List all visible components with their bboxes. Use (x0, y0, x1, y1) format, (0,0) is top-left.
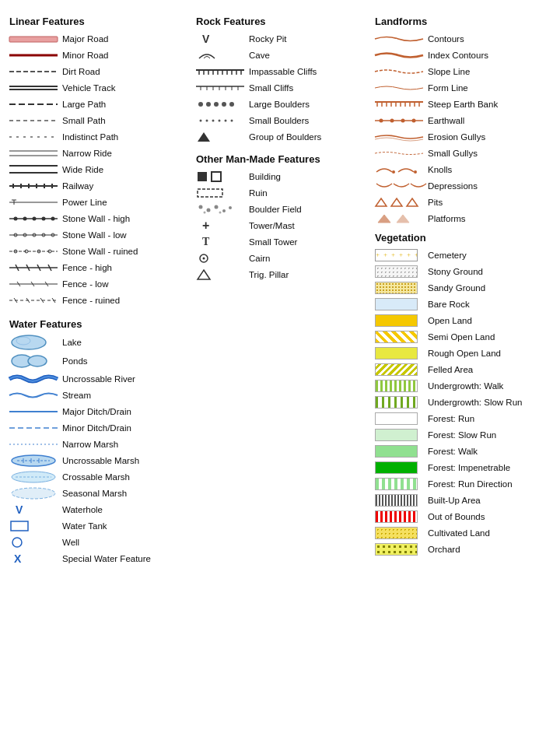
svg-rect-0 (9, 37, 58, 42)
forest-run-dir-label: Forest: Run Direction (428, 479, 560, 489)
pits-label: Pits (428, 198, 560, 207)
list-item: + Tower/Mast (196, 219, 367, 233)
svg-marker-133 (391, 198, 402, 206)
small-gullys-symbol (375, 149, 428, 157)
svg-point-27 (51, 217, 55, 221)
small-cliffs-label: Small Cliffs (249, 83, 367, 93)
trig-pillar-label: Trig. Pillar (249, 270, 367, 279)
small-tower-label: Small Tower (249, 237, 367, 247)
svg-marker-135 (378, 215, 390, 223)
list-item: Felled Area (375, 363, 560, 377)
major-road-label: Major Road (62, 34, 188, 44)
ruin-symbol (196, 188, 249, 198)
list-item: Erosion Gullys (375, 130, 560, 144)
list-item: Vehicle Track (9, 81, 188, 95)
svg-point-105 (207, 209, 211, 212)
fence-high-symbol (9, 263, 62, 272)
small-path-label: Small Path (62, 116, 188, 125)
svg-point-109 (204, 212, 206, 214)
felled-area-label: Felled Area (428, 365, 560, 374)
orchard-label: Orchard (428, 545, 560, 554)
list-item: Stony Ground (375, 265, 560, 279)
list-item: Small Path (9, 114, 188, 128)
small-cliffs-symbol (196, 85, 249, 91)
small-gullys-label: Small Gullys (428, 149, 560, 158)
svg-point-129 (412, 119, 416, 123)
rocky-pit-symbol: V (196, 33, 249, 45)
forest-run-symbol (375, 412, 428, 425)
list-item: Depressions (375, 179, 560, 193)
index-contours-symbol (375, 50, 428, 61)
large-boulders-symbol (196, 100, 249, 108)
boulder-field-label: Boulder Field (249, 205, 367, 214)
svg-point-56 (28, 356, 47, 366)
power-line-label: Power Line (62, 198, 188, 207)
earthwall-label: Earthwall (428, 116, 560, 125)
minor-road-symbol (9, 52, 62, 58)
knolls-label: Knolls (428, 165, 560, 174)
list-item: Major Ditch/Drain (9, 405, 188, 419)
uncrossable-river-label: Uncrossable River (62, 374, 188, 384)
svg-point-107 (222, 209, 226, 212)
list-item: Forest: Impenetrable (375, 461, 560, 475)
index-contours-label: Index Contours (428, 51, 560, 60)
lake-label: Lake (62, 338, 188, 347)
semi-open-land-symbol (375, 331, 428, 343)
wide-ride-symbol (9, 165, 62, 174)
uncrossable-marsh-label: Uncrossable Marsh (62, 456, 188, 465)
list-item: Large Boulders (196, 97, 367, 111)
vegetation-title: Vegetation (375, 232, 560, 244)
list-item: Major Road (9, 32, 188, 46)
list-item: Stone Wall - low (9, 228, 188, 242)
stone-wall-low-label: Stone Wall - low (62, 230, 188, 240)
large-path-symbol (9, 102, 62, 107)
steep-earth-bank-symbol (375, 100, 428, 108)
undergrowth-slow-run-label: Undergrowth: Slow Run (428, 398, 560, 407)
landforms-title: Landforms (375, 16, 560, 27)
vehicle-track-symbol (9, 84, 62, 92)
indistinct-path-symbol (9, 135, 62, 139)
forest-run-label: Forest: Run (428, 414, 560, 423)
forest-slow-run-symbol (375, 429, 428, 441)
svg-point-110 (219, 212, 222, 214)
svg-point-108 (229, 206, 232, 209)
list-item: Boulder Field (196, 202, 367, 216)
erosion-gullys-symbol (375, 132, 428, 142)
water-tank-symbol (9, 520, 62, 532)
list-item: Cultivated Land (375, 526, 560, 540)
svg-marker-132 (376, 198, 387, 206)
cultivated-land-label: Cultivated Land (428, 528, 560, 538)
svg-point-95 (206, 120, 208, 122)
list-item: Index Contours (375, 48, 560, 62)
svg-point-127 (390, 119, 394, 123)
list-item: Steep Earth Bank (375, 97, 560, 111)
svg-point-112 (203, 258, 205, 260)
power-line-symbol (9, 198, 62, 206)
list-item: T Small Tower (196, 235, 367, 249)
svg-point-93 (229, 102, 234, 107)
rough-open-land-symbol (375, 347, 428, 359)
felled-area-symbol (375, 363, 428, 376)
uncrossable-river-symbol (9, 373, 62, 385)
list-item: Group of Boulders (196, 130, 367, 144)
list-item: Trig. Pillar (196, 268, 367, 282)
column-1: Linear Features Major Road Minor Road Di… (9, 8, 188, 568)
stone-wall-low-symbol (9, 231, 62, 239)
list-item: V Waterhole (9, 503, 188, 517)
dirt-road-label: Dirt Road (62, 67, 188, 76)
list-item: Knolls (375, 163, 560, 177)
list-item: Fence - high (9, 261, 188, 275)
depressions-label: Depressions (428, 181, 560, 191)
svg-point-126 (380, 119, 383, 123)
narrow-marsh-symbol (9, 441, 62, 447)
dirt-road-symbol (9, 68, 62, 75)
list-item: Forest: Run (375, 412, 560, 426)
column-3: Landforms Contours Index Contours (375, 8, 560, 568)
fence-high-label: Fence - high (62, 263, 188, 272)
svg-marker-113 (198, 270, 210, 279)
svg-point-89 (198, 102, 203, 107)
stony-ground-symbol (375, 265, 428, 278)
building-symbol (196, 171, 249, 182)
knolls-symbol (375, 164, 428, 175)
list-item: Undergrowth: Walk (375, 379, 560, 393)
